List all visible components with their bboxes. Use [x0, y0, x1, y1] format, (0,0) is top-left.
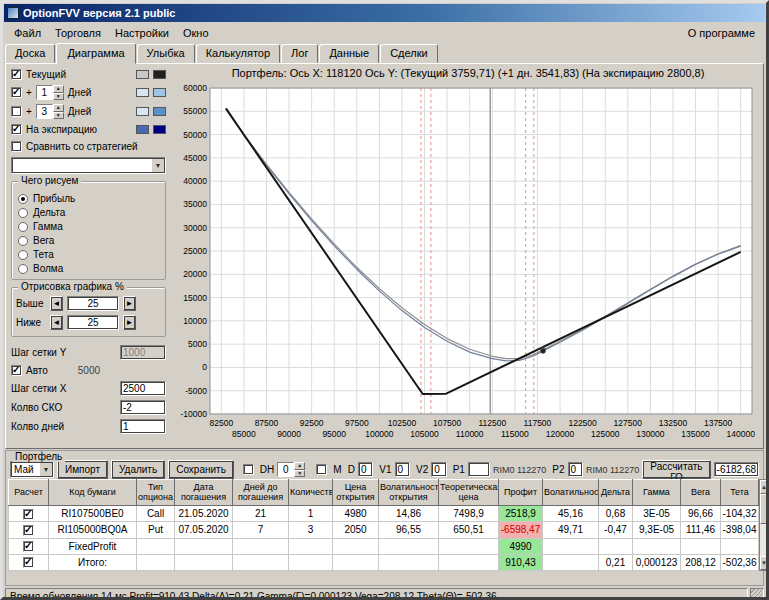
strategy-select[interactable]: ▼ [11, 157, 166, 174]
grid-step-x-field[interactable]: 2500 [120, 381, 166, 396]
svg-text:125000: 125000 [591, 429, 620, 439]
tab-Доска[interactable]: Доска [5, 44, 55, 63]
radio-label: Гамма [33, 221, 63, 232]
above-increase-button[interactable]: ► [123, 296, 136, 311]
expiration-color-swatch-2[interactable] [153, 125, 166, 134]
svg-text:60000: 60000 [183, 83, 207, 93]
compare-strategy-checkbox[interactable] [11, 141, 22, 152]
spin-down-icon[interactable]: ▼ [294, 470, 305, 478]
table-cell [333, 554, 379, 570]
plus3-days-stepper[interactable]: 3 ▲▼ [36, 104, 64, 119]
month-select[interactable]: Май ▼ [10, 461, 54, 478]
title-bar[interactable]: OptionFVV версия 2.1 public [4, 4, 765, 22]
tab-Улыбка[interactable]: Улыбка [137, 44, 195, 63]
table-cell: 7498,9 [439, 506, 499, 522]
below-increase-button[interactable]: ► [123, 315, 136, 330]
expiration-color-swatch-1[interactable] [136, 125, 149, 134]
plus1-days-stepper[interactable]: 1 ▲▼ [36, 85, 64, 100]
above-decrease-button[interactable]: ◄ [50, 296, 63, 311]
plus3-color-swatch-1[interactable] [136, 107, 149, 116]
chevron-down-icon[interactable]: ▼ [151, 158, 165, 173]
spin-up-icon[interactable]: ▲ [294, 462, 305, 470]
tab-Данные[interactable]: Данные [319, 44, 379, 63]
radio-option-Волма[interactable]: Волма [18, 263, 159, 274]
radio-option-Дельта[interactable]: Дельта [18, 207, 159, 218]
sko-count-field[interactable]: -2 [120, 400, 166, 415]
save-button[interactable]: Сохранить [168, 460, 234, 479]
svg-text:137500: 137500 [704, 418, 733, 428]
row-calc-checkbox[interactable] [23, 541, 34, 552]
expiration-checkbox[interactable] [11, 124, 22, 135]
radio-option-Вега[interactable]: Вега [18, 235, 159, 246]
menu-item-Файл[interactable]: Файл [7, 25, 48, 41]
days-count-field[interactable]: 1 [120, 419, 166, 434]
table-row[interactable]: RI107500BE0Call21.05.2020211498014,86749… [9, 506, 759, 522]
menu-items: ФайлТорговляНастройкиОкно [7, 25, 216, 41]
table-cell [439, 538, 499, 554]
row-calc-checkbox[interactable] [23, 509, 34, 520]
d-field[interactable]: 0 [358, 462, 373, 477]
table-row[interactable]: Итого:910,430,210,000123208,12-502,36 [9, 554, 759, 570]
tab-Лог[interactable]: Лог [281, 44, 318, 63]
table-row[interactable]: RI105000BQ0APut07.05.202073205096,55650,… [9, 522, 759, 538]
svg-text:5000: 5000 [188, 339, 207, 349]
tab-Сделки[interactable]: Сделки [380, 44, 438, 63]
p1-field[interactable] [468, 462, 490, 477]
m-checkbox[interactable] [316, 464, 327, 475]
chart-svg[interactable]: 6000055000500004500040000350003000025000… [170, 82, 766, 448]
table-cell: RI105000BQ0A [49, 522, 137, 538]
menu-item-Торговля[interactable]: Торговля [48, 25, 108, 41]
spin-up-icon[interactable]: ▲ [53, 104, 64, 112]
diagram-tab-page: Текущий + 1 ▲▼ Дней + [5, 63, 764, 449]
plus1-color-swatch-1[interactable] [136, 88, 149, 97]
scroll-down-icon[interactable]: ▼ [760, 556, 768, 570]
current-color-swatch-2[interactable] [153, 70, 166, 79]
tab-Диаграмма[interactable]: Диаграмма [56, 43, 135, 64]
table-scrollbar[interactable]: ▲ ▼ [759, 479, 769, 571]
p2-field[interactable]: 0 [568, 462, 583, 477]
svg-text:135000: 135000 [681, 429, 710, 439]
above-percent-field[interactable]: 25 [67, 296, 119, 311]
spin-down-icon[interactable]: ▼ [53, 93, 64, 101]
import-button[interactable]: Импорт [57, 460, 108, 479]
plus3-checkbox[interactable] [11, 106, 22, 117]
row-calc-checkbox[interactable] [23, 557, 34, 568]
plus1-color-swatch-2[interactable] [153, 88, 166, 97]
chevron-down-icon[interactable]: ▼ [39, 462, 53, 477]
current-color-swatch-1[interactable] [136, 70, 149, 79]
v1-field[interactable]: 0 [395, 462, 410, 477]
dh-checkbox[interactable] [243, 464, 254, 475]
menu-item-Настройки[interactable]: Настройки [108, 25, 176, 41]
draw-what-title: Чего рисуем [18, 175, 81, 186]
auto-grid-checkbox[interactable] [11, 365, 22, 376]
resize-grip[interactable] [750, 588, 764, 600]
scroll-up-icon[interactable]: ▲ [760, 480, 768, 494]
row-calc-checkbox[interactable] [23, 525, 34, 536]
menu-item-Окно[interactable]: Окно [176, 25, 216, 41]
current-checkbox[interactable] [11, 69, 22, 80]
svg-text:105000: 105000 [410, 429, 439, 439]
plus3-color-swatch-2[interactable] [153, 107, 166, 116]
radio-icon [18, 208, 28, 218]
calc-margin-button[interactable]: Рассчитать ГО [642, 460, 710, 479]
table-cell: 1 [289, 506, 333, 522]
below-decrease-button[interactable]: ◄ [50, 315, 63, 330]
svg-text:25000: 25000 [183, 246, 207, 256]
v2-field[interactable]: 0 [431, 462, 446, 477]
column-header: Дельта [599, 480, 633, 506]
menu-item-about[interactable]: О программе [681, 25, 762, 41]
dh-stepper[interactable]: 0 ▲▼ [277, 462, 305, 477]
tab-Калькулятор[interactable]: Калькулятор [196, 44, 280, 63]
table-cell: 14,86 [379, 506, 439, 522]
below-percent-field[interactable]: 25 [67, 315, 119, 330]
plus1-checkbox[interactable] [11, 87, 22, 98]
radio-option-Тета[interactable]: Тета [18, 249, 159, 260]
spin-down-icon[interactable]: ▼ [53, 112, 64, 120]
delete-button[interactable]: Удалить [111, 460, 165, 479]
radio-option-Прибыль[interactable]: Прибыль [18, 193, 159, 204]
scrollbar-thumb[interactable] [760, 494, 768, 524]
radio-option-Гамма[interactable]: Гамма [18, 221, 159, 232]
svg-text:82500: 82500 [209, 418, 233, 428]
table-row[interactable]: FixedProfit4990 [9, 538, 759, 554]
spin-up-icon[interactable]: ▲ [53, 85, 64, 93]
